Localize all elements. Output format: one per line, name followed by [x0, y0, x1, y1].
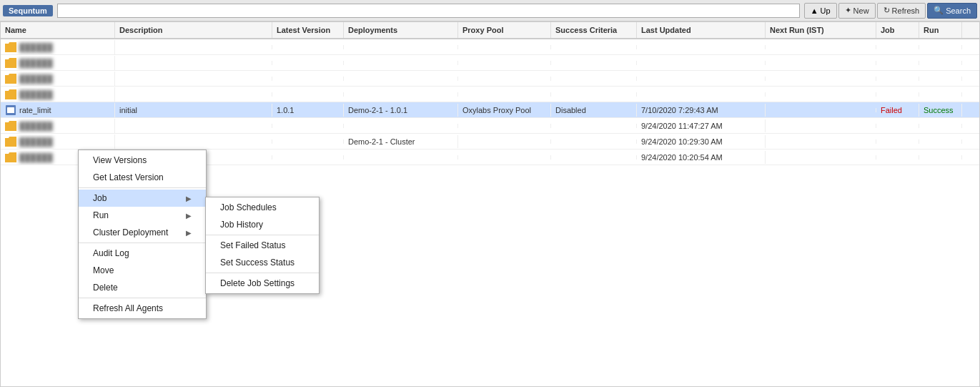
cell-next [766, 108, 876, 112]
cell-desc: initial [115, 104, 272, 117]
submenu-separator-1 [206, 235, 319, 235]
refresh-button[interactable]: ↻ Refresh [877, 3, 926, 19]
search-icon: 🔍 [934, 6, 944, 15]
cm-run[interactable]: Run ▶ [79, 207, 206, 224]
col-next-run: Next Run (IST) [766, 22, 876, 38]
cell-run: Success [919, 104, 962, 117]
cm-set-failed-status[interactable]: Set Failed Status [206, 237, 319, 254]
context-menu: View Versions Get Latest Version Job ▶ R… [78, 150, 207, 319]
col-last-updated: Last Updated [637, 22, 766, 38]
cell-name: ██████ [1, 119, 115, 133]
cm-set-success-status[interactable]: Set Success Status [206, 254, 319, 271]
cell-name: rate_limit [1, 103, 115, 117]
cm-delete-job-settings[interactable]: Delete Job Settings [206, 275, 319, 292]
folder-icon [5, 58, 16, 68]
cm-audit-log[interactable]: Audit Log [79, 245, 206, 262]
cm-job-schedules[interactable]: Job Schedules [206, 199, 319, 216]
cm-cluster-deployment[interactable]: Cluster Deployment ▶ [79, 224, 206, 241]
new-icon: ✦ [845, 6, 851, 15]
cell-updated: 9/24/2020 10:29:30 AM [637, 135, 766, 148]
cell-deploy: Demo-2-1 - 1.0.1 [344, 104, 458, 117]
col-proxy-pool: Proxy Pool [458, 22, 551, 38]
table-row[interactable]: ██████ [1, 39, 979, 55]
svg-rect-1 [7, 107, 14, 113]
table-row[interactable]: ██████ [1, 55, 979, 71]
cell-updated: 9/24/2020 11:47:27 AM [637, 119, 766, 132]
table-row[interactable]: ██████ Demo-2-1 - Cluster 9/24/2020 10:2… [1, 134, 979, 150]
table-row[interactable]: ██████ [1, 87, 979, 102]
folder-icon [5, 152, 16, 162]
search-button[interactable]: 🔍 Search [927, 3, 977, 19]
toolbar-actions: ▲ Up ✦ New ↻ Refresh 🔍 Search [804, 3, 977, 19]
cell-proxy: Oxylabs Proxy Pool [458, 104, 551, 117]
folder-icon [5, 89, 16, 99]
cm-view-versions[interactable]: View Versions [79, 152, 206, 169]
cm-separator-2 [79, 243, 206, 243]
folder-icon [5, 42, 16, 52]
table-row-selected[interactable]: rate_limit initial 1.0.1 Demo-2-1 - 1.0.… [1, 102, 979, 118]
main-table-container: Name Description Latest Version Deployme… [0, 21, 980, 387]
up-button[interactable]: ▲ Up [804, 3, 837, 19]
refresh-icon: ↻ [884, 6, 890, 15]
cell-name: ██████ [1, 56, 115, 70]
table-body: ██████ ██████ [1, 39, 979, 165]
path-input[interactable] [57, 4, 800, 18]
cm-job[interactable]: Job ▶ [79, 190, 206, 207]
up-icon: ▲ [811, 6, 818, 15]
folder-icon [5, 137, 16, 147]
cell-updated: 9/24/2020 10:20:54 AM [637, 151, 766, 164]
table-row[interactable]: ██████ [1, 71, 979, 87]
col-job: Job [876, 22, 919, 38]
cell-name: ██████ [1, 134, 115, 149]
col-success-criteria: Success Criteria [551, 22, 637, 38]
cell-job: Failed [876, 104, 919, 117]
col-deployments: Deployments [344, 22, 458, 38]
col-run: Run [919, 22, 962, 38]
cm-get-latest-version[interactable]: Get Latest Version [79, 169, 206, 186]
cell-name: ██████ [1, 72, 115, 86]
submenu-arrow-job: ▶ [186, 195, 192, 202]
col-version: Latest Version [272, 22, 344, 38]
cm-move[interactable]: Move [79, 262, 206, 279]
agent-icon [5, 105, 16, 115]
submenu-arrow-run: ▶ [186, 212, 192, 220]
cell-updated: 7/10/2020 7:29:43 AM [637, 104, 766, 117]
cm-separator-1 [79, 187, 206, 188]
cell-name: ██████ [1, 40, 115, 54]
submenu-arrow-cluster: ▶ [186, 229, 192, 237]
title-bar: Sequntum ▲ Up ✦ New ↻ Refresh 🔍 Search [0, 0, 980, 21]
agent-name: rate_limit [19, 106, 51, 114]
cell-success: Disabled [551, 104, 637, 117]
cm-refresh-all-agents[interactable]: Refresh All Agents [79, 300, 206, 317]
cm-job-history[interactable]: Job History [206, 216, 319, 233]
submenu-separator-2 [206, 273, 319, 273]
cell-deploy: Demo-2-1 - Cluster [344, 135, 458, 148]
brand-logo: Sequntum [3, 5, 53, 16]
col-name: Name [1, 22, 115, 38]
new-button[interactable]: ✦ New [838, 3, 876, 19]
table-row[interactable]: ██████ 9/24/2020 11:47:27 AM [1, 118, 979, 134]
cm-delete[interactable]: Delete [79, 279, 206, 296]
folder-icon [5, 121, 16, 131]
cm-separator-3 [79, 298, 206, 298]
submenu-job: Job Schedules Job History Set Failed Sta… [205, 197, 320, 294]
cell-name: ██████ [1, 87, 115, 102]
col-description: Description [115, 22, 272, 38]
cell-version: 1.0.1 [272, 104, 344, 117]
table-header: Name Description Latest Version Deployme… [1, 22, 979, 39]
folder-icon [5, 74, 16, 84]
